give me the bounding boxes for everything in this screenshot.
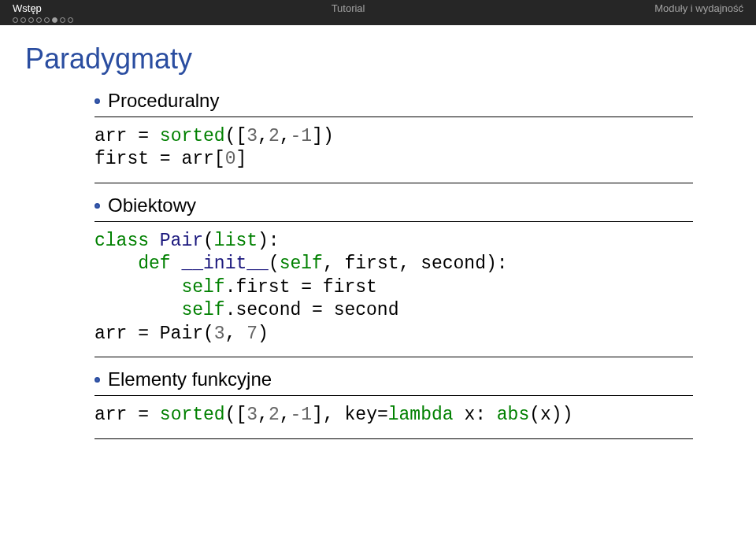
- bullet-funkcyjne: Elementy funkcyjne: [94, 368, 693, 390]
- progress-dot[interactable]: [28, 17, 34, 23]
- bullet-label: Proceduralny: [108, 90, 219, 112]
- progress-dot-current[interactable]: [52, 17, 57, 23]
- progress-dot[interactable]: [68, 17, 73, 23]
- progress-dot[interactable]: [36, 17, 42, 23]
- code-block-procedural: arr = sorted([3,2,-1]) first = arr[0]: [94, 125, 693, 172]
- bullet-proceduralny: Proceduralny: [94, 90, 693, 112]
- code-block-object: class Pair(list): def __init__(self, fir…: [94, 230, 693, 346]
- progress-dot[interactable]: [44, 17, 50, 23]
- bullet-label: Elementy funkcyjne: [108, 368, 272, 390]
- nav-section-tutorial[interactable]: Tutorial: [42, 2, 654, 14]
- bullet-obiektowy: Obiektowy: [94, 194, 693, 216]
- code-rule: [94, 221, 693, 222]
- code-rule: [94, 395, 693, 396]
- bullet-icon: [94, 203, 100, 209]
- progress-dot[interactable]: [20, 17, 26, 23]
- code-rule: [94, 117, 693, 117]
- nav-section-moduly[interactable]: Moduły i wydajność: [654, 2, 743, 14]
- slide-body: Proceduralny arr = sorted([3,2,-1]) firs…: [94, 90, 693, 439]
- code-rule: [94, 438, 693, 439]
- code-rule: [94, 357, 693, 357]
- progress-dot[interactable]: [60, 17, 65, 23]
- progress-dot[interactable]: [13, 17, 18, 23]
- slide-title: Paradygmaty: [25, 43, 756, 76]
- code-block-functional: arr = sorted([3,2,-1], key=lambda x: abs…: [94, 404, 693, 427]
- code-rule: [94, 183, 693, 183]
- slide-progress-dots: [0, 16, 756, 25]
- nav-section-wstep[interactable]: Wstęp: [13, 2, 42, 14]
- bullet-icon: [94, 98, 100, 104]
- bullet-icon: [94, 377, 100, 383]
- bullet-label: Obiektowy: [108, 194, 196, 216]
- slide-nav-bar: Wstęp Tutorial Moduły i wydajność: [0, 0, 756, 16]
